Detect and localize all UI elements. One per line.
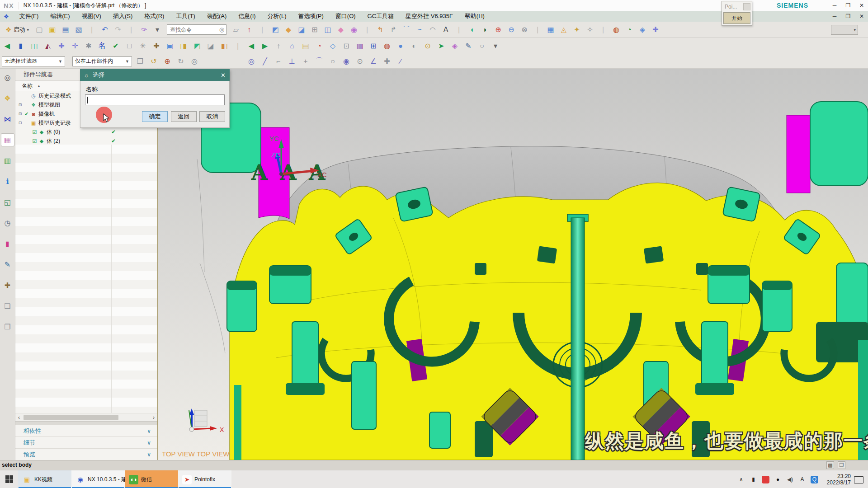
clamp-block[interactable] bbox=[395, 187, 433, 222]
panel-section-header[interactable]: 预览 ∨ bbox=[15, 449, 157, 460]
scope-icon[interactable]: ◎ bbox=[189, 56, 200, 67]
new-file-icon[interactable]: ▢ bbox=[34, 24, 45, 36]
menu-item[interactable]: 星空外挂 V6.935F bbox=[400, 11, 459, 22]
separator[interactable]: | bbox=[86, 24, 97, 36]
pointofix-title[interactable]: Poi... bbox=[722, 1, 752, 12]
clamp-post[interactable] bbox=[352, 361, 376, 429]
scrollbar-thumb[interactable] bbox=[24, 415, 118, 420]
add-filter-icon[interactable]: ⊕ bbox=[162, 56, 173, 67]
block-icon[interactable]: ◪ bbox=[296, 24, 307, 36]
confirm-icon[interactable]: ✔ bbox=[110, 40, 121, 52]
prism-icon[interactable]: ◇ bbox=[327, 40, 338, 52]
section-view-icon[interactable]: ◨ bbox=[178, 40, 189, 52]
menu-item[interactable]: 视图(V) bbox=[76, 11, 107, 22]
text-icon[interactable]: A bbox=[440, 24, 451, 36]
hidden-edge-icon[interactable]: ◪ bbox=[205, 40, 216, 52]
more-caret[interactable]: ▾ bbox=[490, 40, 501, 52]
back-button[interactable]: 返回 bbox=[171, 111, 197, 122]
separator[interactable]: | bbox=[532, 24, 543, 36]
separator[interactable]: | bbox=[598, 24, 609, 36]
menu-item[interactable]: 信息(I) bbox=[232, 11, 261, 22]
menu-item[interactable]: 装配(A) bbox=[201, 11, 232, 22]
menu-item[interactable]: 编辑(E) bbox=[44, 11, 75, 22]
arc-icon[interactable]: ⌒ bbox=[401, 24, 412, 36]
snap-endpoint-icon[interactable]: ╱ bbox=[259, 56, 270, 67]
format-painter-icon[interactable]: ✑ bbox=[139, 24, 150, 36]
sphere-icon[interactable]: ◉ bbox=[349, 24, 359, 36]
snap-corner-icon[interactable]: ⌐ bbox=[273, 56, 284, 67]
clamp-block[interactable] bbox=[762, 281, 792, 332]
model-canvas[interactable]: A A A YC ZC XC bbox=[158, 69, 868, 460]
web-browser-icon[interactable]: ◱ bbox=[1, 196, 14, 208]
selection-filter-select[interactable]: 无选择过滤器 ▼ bbox=[2, 56, 65, 66]
pattern-feature-icon[interactable]: ▦ bbox=[545, 24, 556, 36]
assembly-navigator-icon[interactable]: ❖ bbox=[1, 92, 14, 104]
ok-button[interactable]: 确定 bbox=[142, 111, 168, 122]
taskbar-item-wechat[interactable]: ◖◗ 微信 bbox=[125, 470, 178, 488]
mirror-display-icon[interactable]: ◭ bbox=[42, 40, 53, 52]
microphone-icon[interactable]: ▮ bbox=[750, 476, 757, 483]
suppress-feature-icon[interactable]: ✧ bbox=[585, 24, 595, 36]
graphics-viewport[interactable]: A A A YC ZC XC bbox=[158, 69, 868, 460]
circle-tool-icon[interactable]: ○ bbox=[476, 40, 487, 52]
material-icon[interactable]: ◍ bbox=[382, 40, 392, 52]
measure-icon[interactable]: ◔ bbox=[624, 24, 635, 36]
panel-section-header[interactable]: 细节 ∨ bbox=[15, 437, 157, 449]
annotate-icon[interactable]: ✎ bbox=[463, 40, 474, 52]
tree-row[interactable]: ☑ ◆ 体 (2) ✔ bbox=[15, 136, 157, 145]
undo-icon[interactable]: ↶ bbox=[99, 24, 110, 36]
panel-section-header[interactable]: 相依性 ∨ bbox=[15, 425, 157, 437]
taskbar-item-pointofix[interactable]: ➤ Pointofix bbox=[178, 470, 231, 488]
tray-expand-icon[interactable]: ∧ bbox=[737, 476, 745, 483]
menu-item[interactable]: 插入(S) bbox=[107, 11, 138, 22]
check-icon[interactable]: ☑ bbox=[31, 138, 38, 144]
cancel-button[interactable]: 取消 bbox=[199, 111, 225, 122]
prev-view-icon[interactable]: ◀ bbox=[246, 40, 257, 52]
command-finder[interactable]: ◎ bbox=[167, 24, 226, 35]
format-painter-caret[interactable]: ▾ bbox=[152, 24, 163, 36]
trim-icon[interactable]: ↰ bbox=[375, 24, 386, 36]
redo-icon[interactable]: ↷ bbox=[113, 24, 123, 36]
taskbar-clock[interactable]: 23:20 2022/8/17 bbox=[827, 473, 851, 486]
intersect-icon[interactable]: ⊗ bbox=[519, 24, 530, 36]
layer-settings-icon[interactable]: ▤ bbox=[300, 40, 311, 52]
horizontal-scrollbar[interactable]: ‹ › bbox=[15, 413, 157, 422]
qq-tray-icon[interactable]: ● bbox=[774, 476, 782, 483]
boss-icon[interactable]: ◫ bbox=[322, 24, 333, 36]
split-icon[interactable]: ↱ bbox=[388, 24, 399, 36]
grid-icon[interactable]: ▥ bbox=[354, 40, 365, 52]
close-button[interactable]: ✕ bbox=[858, 2, 865, 9]
pointofix-start-button[interactable]: 开始 bbox=[723, 12, 750, 24]
save-icon[interactable]: ▤ bbox=[60, 24, 71, 36]
action-center-icon[interactable] bbox=[854, 476, 863, 483]
unite-icon[interactable]: ⊕ bbox=[493, 24, 504, 36]
edit-feature-icon[interactable]: ✦ bbox=[571, 24, 582, 36]
redo-filter-icon[interactable]: ↻ bbox=[175, 56, 186, 67]
snap-intersection-icon[interactable]: ✚ bbox=[382, 56, 392, 67]
process-studio-icon[interactable]: ▮ bbox=[1, 238, 14, 250]
clamp-block[interactable] bbox=[227, 281, 257, 332]
child-restore-button[interactable]: ❐ bbox=[844, 13, 852, 19]
apply-icon[interactable]: ▮ bbox=[15, 40, 26, 52]
menu-item[interactable]: 窗口(O) bbox=[330, 11, 362, 22]
node-label[interactable]: 体 (0) bbox=[45, 128, 60, 136]
screen-capture-icon[interactable]: ❐ bbox=[838, 461, 845, 469]
back-arrow-icon[interactable]: ◀ bbox=[2, 40, 13, 52]
separator[interactable]: | bbox=[453, 24, 464, 36]
minimize-button[interactable]: ─ bbox=[831, 2, 838, 9]
input-method-icon[interactable]: A bbox=[798, 476, 806, 483]
green-block-top-right[interactable] bbox=[810, 102, 868, 186]
command-search-input[interactable] bbox=[169, 26, 219, 33]
ball-icon[interactable]: ● bbox=[395, 40, 406, 52]
vector-icon[interactable]: ↑ bbox=[244, 24, 255, 36]
expand-icon[interactable]: ⊞ bbox=[17, 103, 23, 107]
speaker-icon[interactable]: ◀) bbox=[786, 476, 794, 483]
snap-midpoint-icon[interactable]: + bbox=[300, 56, 311, 67]
shaded-view-icon[interactable]: ◩ bbox=[192, 40, 203, 52]
face-icon[interactable]: ◖ bbox=[467, 24, 477, 36]
menu-item[interactable]: 分析(L) bbox=[262, 11, 292, 22]
reset-filter-icon[interactable]: ↺ bbox=[148, 56, 159, 67]
spline-icon[interactable]: ~ bbox=[414, 24, 425, 36]
node-label[interactable]: 体 (2) bbox=[45, 137, 60, 145]
snapshot-icon[interactable]: ✱ bbox=[83, 40, 94, 52]
